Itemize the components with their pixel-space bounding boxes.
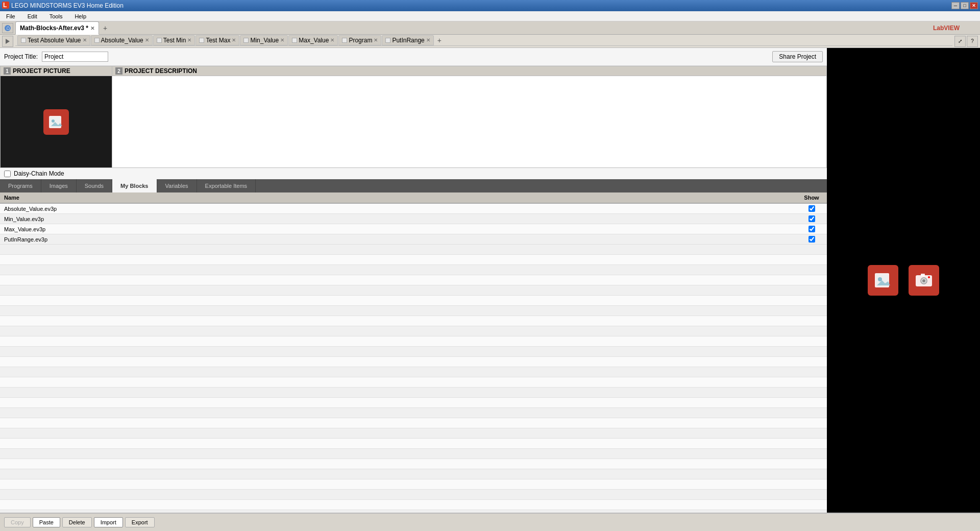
doc-tab-label-2: Test Min xyxy=(163,37,186,44)
col-header-name: Name xyxy=(0,194,796,202)
show-checkbox-1[interactable] xyxy=(808,215,815,222)
import-button[interactable]: Import xyxy=(94,517,123,527)
empty-row xyxy=(0,306,827,316)
menu-help[interactable]: Help xyxy=(72,12,88,20)
doc-tab-label-1: Absolute_Value xyxy=(101,37,143,44)
panel-number-1: 1 xyxy=(4,67,11,75)
doc-tab-icon-4 xyxy=(243,38,249,43)
menu-edit[interactable]: Edit xyxy=(26,12,39,20)
doc-tab-close-7[interactable]: ✕ xyxy=(426,37,430,43)
bottom-toolbar: Copy Paste Delete Import Export xyxy=(0,513,980,531)
doc-tabs: Test Absolute Value ✕ Absolute_Value ✕ T… xyxy=(15,35,952,46)
share-project-button[interactable]: Share Project xyxy=(772,51,823,62)
tab-my-blocks[interactable]: My Blocks xyxy=(112,179,157,192)
doc-tab-test-absolute-value[interactable]: Test Absolute Value ✕ xyxy=(17,35,90,45)
row-show-2 xyxy=(796,225,827,233)
new-file-tab-button[interactable]: + xyxy=(100,23,110,33)
doc-tab-close-6[interactable]: ✕ xyxy=(374,37,378,43)
daisy-chain-row: Daisy-Chain Mode xyxy=(0,168,827,179)
menu-bar: File Edit Tools Help xyxy=(0,11,980,21)
doc-tab-close-1[interactable]: ✕ xyxy=(145,37,149,43)
paste-button[interactable]: Paste xyxy=(33,517,60,527)
table-row: Absolute_Value.ev3p xyxy=(0,204,827,214)
title-bar-text: LEGO MINDSTORMS EV3 Home Edition xyxy=(11,2,124,9)
expand-icon[interactable]: ⤢ xyxy=(954,36,966,47)
project-header: Project Title: Share Project xyxy=(0,48,827,66)
daisy-chain-checkbox[interactable] xyxy=(4,171,11,177)
file-tab-close-icon[interactable]: ✕ xyxy=(90,26,94,31)
empty-row xyxy=(0,428,827,439)
doc-tab-label-5: Max_Value xyxy=(299,37,329,44)
svg-point-19 xyxy=(928,276,930,278)
close-button[interactable]: ✕ xyxy=(970,2,978,9)
minimize-button[interactable]: ─ xyxy=(951,2,960,9)
doc-tab-close-4[interactable]: ✕ xyxy=(280,37,284,43)
empty-row xyxy=(0,377,827,388)
row-name-3: PutInRange.ev3p xyxy=(0,235,796,244)
maximize-button[interactable]: □ xyxy=(961,2,969,9)
svg-text:L: L xyxy=(3,2,7,9)
tab-variables[interactable]: Variables xyxy=(157,179,197,192)
tab-exportable-items[interactable]: Exportable Items xyxy=(197,179,256,192)
labview-logo: LabVIEW xyxy=(933,23,974,33)
daisy-chain-label: Daisy-Chain Mode xyxy=(14,170,64,177)
empty-rows xyxy=(0,245,827,513)
content-area: Project Title: Share Project 1 PROJECT P… xyxy=(0,48,980,531)
empty-row xyxy=(0,367,827,377)
tab-images[interactable]: Images xyxy=(41,179,77,192)
tab-programs[interactable]: Programs xyxy=(0,179,41,192)
file-tab-label: Math-Blocks-After.ev3 * xyxy=(20,25,88,32)
category-tabs: Programs Images Sounds My Blocks Variabl… xyxy=(0,179,827,192)
doc-tab-close-0[interactable]: ✕ xyxy=(83,37,87,43)
export-button[interactable]: Export xyxy=(125,517,155,527)
file-tab-bar: ⌂ Math-Blocks-After.ev3 * ✕ + LabVIEW xyxy=(0,21,980,35)
table-row: Max_Value.ev3p xyxy=(0,224,827,234)
project-title-input[interactable] xyxy=(42,52,108,62)
file-tab-math-blocks[interactable]: Math-Blocks-After.ev3 * ✕ xyxy=(15,21,99,35)
doc-tab-icon xyxy=(21,38,26,43)
empty-row xyxy=(0,459,827,469)
row-show-3 xyxy=(796,235,827,244)
doc-tab-test-max[interactable]: Test Max ✕ xyxy=(195,35,239,45)
doc-tab-program[interactable]: Program ✕ xyxy=(338,35,381,45)
doc-tab-close-3[interactable]: ✕ xyxy=(232,37,236,43)
empty-row xyxy=(0,265,827,275)
doc-tab-max-value[interactable]: Max_Value ✕ xyxy=(288,35,338,45)
copy-button[interactable]: Copy xyxy=(4,517,31,527)
doc-tab-absolute-value[interactable]: Absolute_Value ✕ xyxy=(91,35,153,45)
doc-tab-close-5[interactable]: ✕ xyxy=(330,37,334,43)
doc-tab-icon-7 xyxy=(385,38,390,43)
menu-file[interactable]: File xyxy=(4,12,17,20)
show-checkbox-3[interactable] xyxy=(808,236,815,243)
empty-row xyxy=(0,296,827,306)
panel-number-2: 2 xyxy=(115,67,122,75)
project-picture-panel: 1 PROJECT PICTURE xyxy=(0,66,112,168)
picture-panel-title: PROJECT PICTURE xyxy=(13,67,70,75)
menu-tools[interactable]: Tools xyxy=(47,12,65,20)
doc-tab-min-value[interactable]: Min_Value ✕ xyxy=(240,35,288,45)
svg-point-17 xyxy=(922,279,925,282)
doc-tab-icon-3 xyxy=(199,38,204,43)
doc-tab-icon-5 xyxy=(292,38,297,43)
table-row: Min_Value.ev3p xyxy=(0,214,827,224)
show-checkbox-0[interactable] xyxy=(808,205,815,212)
doc-tab-test-min[interactable]: Test Min ✕ xyxy=(153,35,195,45)
delete-button[interactable]: Delete xyxy=(62,517,92,527)
description-content[interactable] xyxy=(112,76,826,167)
empty-row xyxy=(0,388,827,398)
new-doc-tab-button[interactable]: + xyxy=(434,35,445,45)
doc-tab-putinrange[interactable]: PutInRange ✕ xyxy=(382,35,433,45)
description-textarea[interactable] xyxy=(114,78,824,165)
toolbar-run-icon[interactable] xyxy=(2,36,13,47)
home-icon[interactable]: ⌂ xyxy=(2,23,13,33)
question-icon[interactable]: ? xyxy=(967,36,978,47)
empty-row xyxy=(0,316,827,326)
doc-tab-close-2[interactable]: ✕ xyxy=(187,37,191,43)
title-bar: L LEGO MINDSTORMS EV3 Home Edition ─ □ ✕ xyxy=(0,0,980,11)
doc-tab-label-7: PutInRange xyxy=(392,37,424,44)
right-panel-picture-icon xyxy=(868,265,898,296)
tab-sounds[interactable]: Sounds xyxy=(77,179,112,192)
row-name-1: Min_Value.ev3p xyxy=(0,215,796,223)
show-checkbox-2[interactable] xyxy=(808,226,815,232)
table-header: Name Show xyxy=(0,192,827,204)
